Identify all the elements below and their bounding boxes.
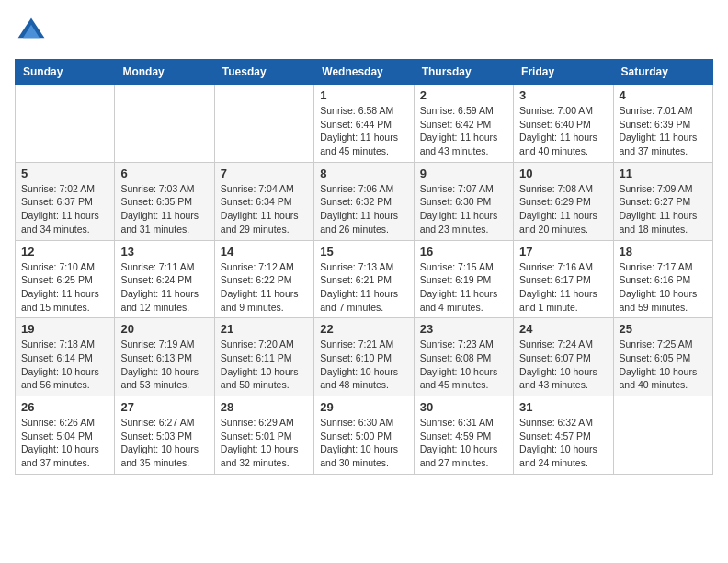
- day-number: 5: [21, 167, 108, 180]
- weekday-header-sunday: Sunday: [16, 60, 115, 85]
- calendar-cell: 17Sunrise: 7:16 AM Sunset: 6:17 PM Dayli…: [514, 240, 613, 318]
- weekday-header-thursday: Thursday: [414, 60, 513, 85]
- day-info: Sunrise: 6:32 AM Sunset: 4:57 PM Dayligh…: [519, 416, 607, 470]
- calendar-week-4: 19Sunrise: 7:18 AM Sunset: 6:14 PM Dayli…: [16, 318, 713, 396]
- day-number: 2: [420, 88, 507, 102]
- day-info: Sunrise: 6:29 AM Sunset: 5:01 PM Dayligh…: [221, 416, 308, 470]
- day-info: Sunrise: 7:06 AM Sunset: 6:32 PM Dayligh…: [320, 182, 407, 236]
- day-number: 29: [320, 400, 407, 414]
- day-info: Sunrise: 7:18 AM Sunset: 6:14 PM Dayligh…: [21, 338, 108, 392]
- calendar-cell: [16, 85, 115, 163]
- calendar-cell: [613, 396, 712, 475]
- day-number: 7: [221, 167, 308, 180]
- calendar-cell: 11Sunrise: 7:09 AM Sunset: 6:27 PM Dayli…: [613, 162, 712, 240]
- day-info: Sunrise: 7:11 AM Sunset: 6:24 PM Dayligh…: [120, 260, 208, 315]
- day-number: 31: [519, 400, 607, 414]
- calendar-cell: 18Sunrise: 7:17 AM Sunset: 6:16 PM Dayli…: [613, 240, 712, 318]
- calendar-week-3: 12Sunrise: 7:10 AM Sunset: 6:25 PM Dayli…: [16, 240, 713, 318]
- day-info: Sunrise: 6:30 AM Sunset: 5:00 PM Dayligh…: [320, 416, 407, 470]
- weekday-header-tuesday: Tuesday: [214, 60, 313, 85]
- day-number: 28: [221, 400, 308, 414]
- calendar-cell: [214, 85, 313, 163]
- page-header: [15, 15, 713, 48]
- day-number: 4: [620, 88, 707, 102]
- calendar-cell: 31Sunrise: 6:32 AM Sunset: 4:57 PM Dayli…: [514, 396, 613, 475]
- day-number: 20: [120, 322, 208, 336]
- day-number: 11: [620, 167, 707, 180]
- day-info: Sunrise: 7:24 AM Sunset: 6:07 PM Dayligh…: [519, 338, 607, 392]
- calendar-cell: [115, 85, 214, 163]
- calendar-cell: 26Sunrise: 6:26 AM Sunset: 5:04 PM Dayli…: [16, 396, 115, 475]
- day-number: 6: [120, 167, 208, 180]
- day-number: 1: [320, 88, 407, 102]
- calendar-cell: 3Sunrise: 7:00 AM Sunset: 6:40 PM Daylig…: [514, 85, 613, 163]
- weekday-header-friday: Friday: [514, 60, 613, 85]
- day-number: 30: [420, 400, 507, 414]
- calendar-cell: 9Sunrise: 7:07 AM Sunset: 6:30 PM Daylig…: [414, 162, 513, 240]
- day-info: Sunrise: 7:10 AM Sunset: 6:25 PM Dayligh…: [21, 260, 108, 315]
- day-number: 19: [21, 322, 108, 336]
- day-number: 21: [221, 322, 308, 336]
- day-info: Sunrise: 7:00 AM Sunset: 6:40 PM Dayligh…: [519, 104, 607, 158]
- weekday-header-saturday: Saturday: [613, 60, 712, 85]
- calendar-week-1: 1Sunrise: 6:58 AM Sunset: 6:44 PM Daylig…: [16, 85, 713, 163]
- logo: [15, 15, 51, 48]
- day-number: 13: [120, 245, 208, 259]
- day-number: 18: [620, 245, 707, 259]
- day-number: 24: [519, 322, 607, 336]
- calendar-cell: 12Sunrise: 7:10 AM Sunset: 6:25 PM Dayli…: [16, 240, 115, 318]
- logo-icon: [15, 15, 48, 48]
- calendar-cell: 4Sunrise: 7:01 AM Sunset: 6:39 PM Daylig…: [613, 85, 712, 163]
- day-number: 14: [221, 245, 308, 259]
- calendar-week-2: 5Sunrise: 7:02 AM Sunset: 6:37 PM Daylig…: [16, 162, 713, 240]
- day-info: Sunrise: 7:19 AM Sunset: 6:13 PM Dayligh…: [120, 338, 208, 392]
- calendar-cell: 25Sunrise: 7:25 AM Sunset: 6:05 PM Dayli…: [613, 318, 712, 396]
- weekday-header-wednesday: Wednesday: [314, 60, 414, 85]
- calendar-cell: 29Sunrise: 6:30 AM Sunset: 5:00 PM Dayli…: [314, 396, 414, 475]
- calendar-cell: 14Sunrise: 7:12 AM Sunset: 6:22 PM Dayli…: [214, 240, 313, 318]
- calendar-cell: 7Sunrise: 7:04 AM Sunset: 6:34 PM Daylig…: [214, 162, 313, 240]
- calendar-cell: 6Sunrise: 7:03 AM Sunset: 6:35 PM Daylig…: [115, 162, 214, 240]
- day-info: Sunrise: 7:13 AM Sunset: 6:21 PM Dayligh…: [320, 260, 407, 315]
- day-info: Sunrise: 7:20 AM Sunset: 6:11 PM Dayligh…: [221, 338, 308, 392]
- calendar-cell: 13Sunrise: 7:11 AM Sunset: 6:24 PM Dayli…: [115, 240, 214, 318]
- calendar-cell: 15Sunrise: 7:13 AM Sunset: 6:21 PM Dayli…: [314, 240, 414, 318]
- day-number: 23: [420, 322, 507, 336]
- day-info: Sunrise: 7:16 AM Sunset: 6:17 PM Dayligh…: [519, 260, 607, 315]
- day-number: 15: [320, 245, 407, 259]
- day-number: 8: [320, 167, 407, 180]
- day-info: Sunrise: 7:25 AM Sunset: 6:05 PM Dayligh…: [620, 338, 707, 392]
- day-number: 12: [21, 245, 108, 259]
- calendar-cell: 21Sunrise: 7:20 AM Sunset: 6:11 PM Dayli…: [214, 318, 313, 396]
- day-info: Sunrise: 6:58 AM Sunset: 6:44 PM Dayligh…: [320, 104, 407, 158]
- day-info: Sunrise: 6:59 AM Sunset: 6:42 PM Dayligh…: [420, 104, 507, 158]
- calendar-cell: 22Sunrise: 7:21 AM Sunset: 6:10 PM Dayli…: [314, 318, 414, 396]
- calendar-body: 1Sunrise: 6:58 AM Sunset: 6:44 PM Daylig…: [16, 85, 713, 475]
- calendar-week-5: 26Sunrise: 6:26 AM Sunset: 5:04 PM Dayli…: [16, 396, 713, 475]
- day-number: 9: [420, 167, 507, 180]
- calendar-cell: 10Sunrise: 7:08 AM Sunset: 6:29 PM Dayli…: [514, 162, 613, 240]
- calendar-cell: 19Sunrise: 7:18 AM Sunset: 6:14 PM Dayli…: [16, 318, 115, 396]
- day-number: 26: [21, 400, 108, 414]
- day-number: 17: [519, 245, 607, 259]
- calendar-cell: 24Sunrise: 7:24 AM Sunset: 6:07 PM Dayli…: [514, 318, 613, 396]
- calendar-cell: 28Sunrise: 6:29 AM Sunset: 5:01 PM Dayli…: [214, 396, 313, 475]
- day-number: 27: [120, 400, 208, 414]
- day-info: Sunrise: 6:27 AM Sunset: 5:03 PM Dayligh…: [120, 416, 208, 470]
- calendar-cell: 16Sunrise: 7:15 AM Sunset: 6:19 PM Dayli…: [414, 240, 513, 318]
- day-number: 22: [320, 322, 407, 336]
- calendar-header: SundayMondayTuesdayWednesdayThursdayFrid…: [16, 60, 713, 85]
- day-number: 3: [519, 88, 607, 102]
- calendar-cell: 2Sunrise: 6:59 AM Sunset: 6:42 PM Daylig…: [414, 85, 513, 163]
- calendar-cell: 1Sunrise: 6:58 AM Sunset: 6:44 PM Daylig…: [314, 85, 414, 163]
- day-info: Sunrise: 6:26 AM Sunset: 5:04 PM Dayligh…: [21, 416, 108, 470]
- weekday-header-monday: Monday: [115, 60, 214, 85]
- day-info: Sunrise: 7:17 AM Sunset: 6:16 PM Dayligh…: [620, 260, 707, 315]
- day-number: 16: [420, 245, 507, 259]
- calendar-cell: 20Sunrise: 7:19 AM Sunset: 6:13 PM Dayli…: [115, 318, 214, 396]
- weekday-header-row: SundayMondayTuesdayWednesdayThursdayFrid…: [16, 60, 713, 85]
- day-info: Sunrise: 7:15 AM Sunset: 6:19 PM Dayligh…: [420, 260, 507, 315]
- calendar-table: SundayMondayTuesdayWednesdayThursdayFrid…: [15, 59, 713, 475]
- day-info: Sunrise: 7:04 AM Sunset: 6:34 PM Dayligh…: [221, 182, 308, 236]
- day-info: Sunrise: 7:03 AM Sunset: 6:35 PM Dayligh…: [120, 182, 208, 236]
